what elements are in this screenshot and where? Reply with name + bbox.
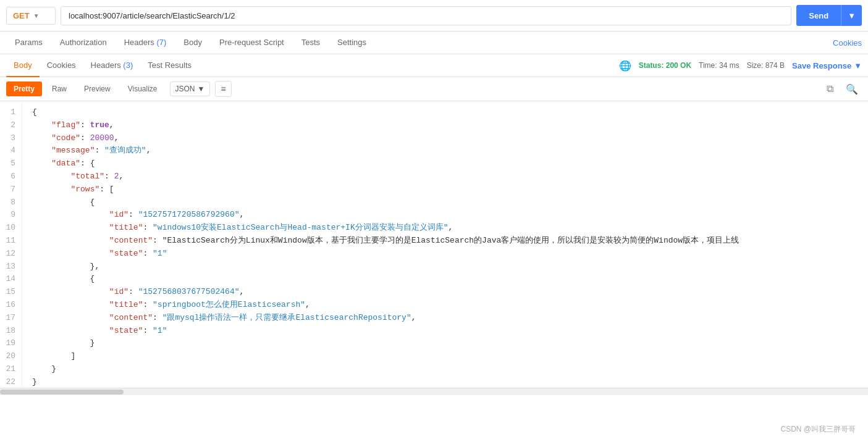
json-line: "state": "1" [32,325,868,338]
tab-authorization[interactable]: Authorization [51,31,116,54]
format-toolbar: Pretty Raw Preview Visualize JSON ▼ ≡ ⧉ … [0,77,868,101]
send-dropdown-icon[interactable]: ▼ [841,5,862,26]
response-tabs: Body Cookies Headers (3) Test Results 🌐 … [0,54,868,77]
json-line: "rows": [ [32,183,868,196]
response-time: Time: 34 ms [699,61,739,70]
json-line: "content": "跟mysql操作语法一样，只需要继承Elasticsea… [32,312,868,325]
status-badge: Status: 200 OK [639,61,691,70]
globe-icon: 🌐 [619,60,631,72]
preview-button[interactable]: Preview [77,81,118,96]
json-format-select[interactable]: JSON ▼ [170,81,211,96]
raw-button[interactable]: Raw [44,81,74,96]
json-content: { "flag": true, "code": 20000, "message"… [22,101,868,388]
tab-headers[interactable]: Headers (7) [116,31,175,54]
json-line: } [32,363,868,376]
json-line: "code": 20000, [32,132,868,145]
request-tabs: Params Authorization Headers (7) Body Pr… [0,31,868,54]
line-numbers: 12345678910111213141516171819202122 [0,101,22,388]
response-size: Size: 874 B [747,61,785,70]
json-line: { [32,273,868,286]
pretty-button[interactable]: Pretty [6,81,42,96]
url-input[interactable] [61,6,791,25]
json-line: "title": "windows10安装ElasticSearch与Head-… [32,222,868,235]
tab-response-body[interactable]: Body [6,54,40,77]
json-line: } [32,376,868,388]
tab-test-results[interactable]: Test Results [140,54,199,77]
json-line: ] [32,350,868,363]
send-button[interactable]: Send ▼ [796,5,862,26]
method-select[interactable]: GET ▼ [6,7,56,25]
json-line: "id": "1527568037677502464", [32,286,868,299]
json-line: "id": "1527571720586792960", [32,209,868,222]
json-line: "data": { [32,157,868,170]
json-format-chevron-icon: ▼ [198,85,205,93]
json-line: "total": 2, [32,170,868,183]
save-response-chevron-icon: ▼ [854,61,862,70]
tab-response-headers[interactable]: Headers (3) [83,54,141,77]
format-right-icons: ⧉ 🔍 [823,82,862,96]
json-line: "state": "1" [32,248,868,261]
tab-body[interactable]: Body [175,31,211,54]
json-body: 12345678910111213141516171819202122 { "f… [0,101,868,388]
visualize-button[interactable]: Visualize [120,81,165,96]
json-line: { [32,196,868,209]
tab-tests[interactable]: Tests [293,31,329,54]
json-line: "flag": true, [32,119,868,132]
horizontal-scrollbar-thumb[interactable] [0,390,124,395]
json-line: "content": "ElasticSearch分为Linux和Window版… [32,235,868,248]
cookies-link[interactable]: Cookies [833,32,862,54]
json-line: "message": "查询成功", [32,144,868,157]
method-label: GET [13,11,30,20]
tab-settings[interactable]: Settings [329,31,375,54]
wrap-button[interactable]: ≡ [215,81,231,97]
json-line: { [32,106,868,119]
method-chevron-icon: ▼ [33,12,40,19]
json-format-label: JSON [175,85,195,93]
response-meta: 🌐 Status: 200 OK Time: 34 ms Size: 874 B… [619,60,862,72]
tab-response-cookies[interactable]: Cookies [40,54,83,77]
copy-button[interactable]: ⧉ [823,82,837,96]
tab-prerequest[interactable]: Pre-request Script [211,31,293,54]
horizontal-scrollbar[interactable] [0,388,868,395]
url-bar: GET ▼ Send ▼ [0,0,868,31]
json-line: }, [32,261,868,274]
search-button[interactable]: 🔍 [842,82,862,96]
json-line: "title": "springboot怎么使用Elasticsearsh", [32,299,868,312]
send-label: Send [796,11,841,20]
json-line: } [32,337,868,350]
tab-params[interactable]: Params [6,31,51,54]
save-response-button[interactable]: Save Response ▼ [792,61,862,70]
